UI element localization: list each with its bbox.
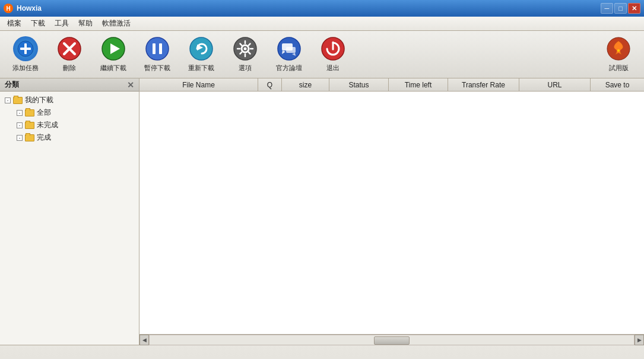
col-transferrate: Transfer Rate (448, 78, 519, 91)
toolbar-continue[interactable]: 繼續下載 (93, 34, 134, 75)
app-title: Howxia (17, 4, 42, 12)
trial-icon (606, 36, 631, 61)
scrollbar-track[interactable] (149, 335, 635, 345)
expand-icon[interactable]: - (5, 97, 11, 103)
continue-label: 繼續下載 (100, 64, 126, 73)
toolbar-pause[interactable]: 暫停下載 (137, 34, 178, 75)
expand-icon-incomplete[interactable]: - (17, 122, 23, 128)
title-bar: H Howxia ─ □ ✕ (0, 0, 644, 17)
sidebar-item-complete[interactable]: - 完成 (0, 131, 139, 144)
delete-icon (57, 36, 82, 61)
table-header: File Name Q size Status Time left Transf… (139, 78, 644, 92)
menu-tools[interactable]: 工具 (50, 17, 74, 30)
continue-icon (101, 36, 126, 61)
sidebar-label-all: 全部 (37, 108, 51, 118)
sidebar-close-button[interactable]: ✕ (127, 80, 134, 90)
folder-icon-complete (25, 134, 34, 141)
col-saveto: Save to (591, 78, 644, 91)
expand-icon-complete[interactable]: - (17, 135, 23, 141)
toolbar-restart[interactable]: 重新下載 (180, 34, 222, 75)
col-filename: File Name (139, 78, 258, 91)
sidebar-item-all[interactable]: - 全部 (0, 106, 139, 119)
scrollbar-right-button[interactable]: ▶ (635, 335, 644, 345)
pause-label: 暫停下載 (144, 64, 170, 73)
exit-label: 退出 (326, 64, 340, 73)
app-icon: H (4, 4, 13, 13)
sidebar-item-incomplete[interactable]: - 未完成 (0, 119, 139, 131)
svg-point-11 (190, 37, 212, 60)
content-area: File Name Q size Status Time left Transf… (139, 78, 644, 345)
col-size: size (282, 78, 329, 91)
svg-point-32 (617, 49, 620, 52)
toolbar-settings[interactable]: 選項 (224, 34, 266, 75)
main-area: 分類 ✕ - 我的下載 - 全部 - 未完成 (0, 78, 644, 345)
toolbar-trial[interactable]: 試用版 (598, 34, 639, 75)
scrollbar-left-button[interactable]: ◀ (139, 335, 149, 345)
sidebar-tree: - 我的下載 - 全部 - 未完成 - (0, 92, 139, 345)
bottom-panel: 獲取激活碼(1月) 獲取激活碼(終身) 獲取激活碼(1年) [複製鏈接] 1.無… (0, 345, 644, 359)
sidebar-title: 分類 (5, 80, 19, 90)
horizontal-scrollbar[interactable]: ◀ ▶ (139, 334, 644, 345)
folder-icon-mydownloads (13, 97, 23, 104)
restart-label: 重新下載 (188, 64, 214, 73)
restart-icon (189, 36, 214, 61)
svg-point-15 (244, 48, 247, 51)
sidebar-label-complete: 完成 (37, 133, 51, 143)
sidebar-header: 分類 ✕ (0, 78, 139, 92)
folder-icon-incomplete (25, 122, 34, 129)
sidebar-item-mydownloads[interactable]: - 我的下載 (0, 94, 139, 106)
menu-help[interactable]: 幫助 (74, 17, 97, 30)
exit-icon (321, 36, 345, 61)
svg-rect-9 (153, 43, 156, 54)
menu-activate[interactable]: 軟體激活 (97, 17, 135, 30)
close-button[interactable]: ✕ (628, 3, 640, 14)
sidebar-label-incomplete: 未完成 (37, 120, 58, 130)
title-bar-controls: ─ □ ✕ (601, 3, 640, 14)
pause-icon (145, 36, 170, 61)
expand-icon-all[interactable]: - (17, 110, 23, 116)
menu-bar: 檔案 下載 工具 幫助 軟體激活 (0, 17, 644, 31)
toolbar-forum[interactable]: 官方論壇 (268, 34, 310, 75)
svg-rect-27 (286, 47, 296, 53)
forum-icon (277, 36, 302, 61)
col-queue: Q (258, 78, 282, 91)
folder-icon-all (25, 109, 34, 116)
menu-file[interactable]: 檔案 (2, 17, 26, 30)
toolbar: 添加任務 刪除 繼續下載 暫停下載 (0, 31, 644, 78)
title-bar-left: H Howxia (4, 4, 42, 13)
settings-label: 選項 (239, 64, 252, 73)
delete-label: 刪除 (63, 64, 76, 73)
add-task-icon (13, 36, 38, 61)
scrollbar-thumb[interactable] (374, 336, 410, 345)
svg-point-8 (146, 37, 169, 60)
svg-rect-2 (20, 48, 31, 50)
table-body (139, 92, 644, 334)
minimize-button[interactable]: ─ (601, 3, 613, 14)
trial-label: 試用版 (609, 64, 629, 73)
toolbar-delete[interactable]: 刪除 (49, 34, 90, 75)
add-task-label: 添加任務 (12, 64, 39, 73)
col-timeleft: Time left (389, 78, 448, 91)
sidebar-label-mydownloads: 我的下載 (25, 95, 53, 105)
sidebar: 分類 ✕ - 我的下載 - 全部 - 未完成 (0, 78, 139, 345)
maximize-button[interactable]: □ (614, 3, 627, 14)
col-url: URL (519, 78, 591, 91)
forum-label: 官方論壇 (276, 64, 302, 73)
toolbar-exit[interactable]: 退出 (312, 34, 354, 75)
settings-icon (233, 36, 258, 61)
svg-rect-10 (159, 43, 162, 54)
toolbar-add-task[interactable]: 添加任務 (5, 34, 46, 75)
col-status: Status (329, 78, 389, 91)
menu-download[interactable]: 下載 (26, 17, 50, 30)
